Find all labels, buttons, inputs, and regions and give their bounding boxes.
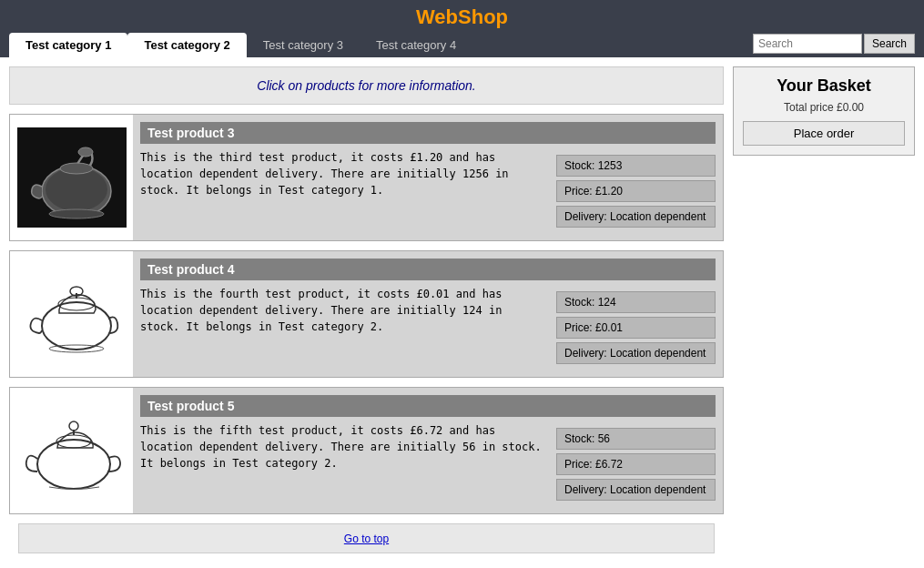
price-box: Price: £0.01 <box>556 317 716 339</box>
goto-top-link[interactable]: Go to top <box>344 532 389 545</box>
product-title: Test product 5 <box>140 395 716 417</box>
product-title: Test product 3 <box>140 122 716 144</box>
product-description: This is the fifth test product, it costs… <box>140 422 547 506</box>
nav-item-cat1[interactable]: Test category 1 <box>9 33 127 57</box>
nav-bar: Test category 1 Test category 2 Test cat… <box>0 33 924 57</box>
nav-item-cat2[interactable]: Test category 2 <box>127 33 246 57</box>
info-banner: Click on products for more information. <box>9 66 724 105</box>
search-button[interactable]: Search <box>864 34 915 54</box>
stock-box: Stock: 124 <box>556 291 716 313</box>
site-title: WebShop <box>0 5 924 29</box>
product-details: Test product 4 This is the fourth test p… <box>133 251 723 377</box>
nav-item-cat4[interactable]: Test category 4 <box>360 33 472 57</box>
product-description: This is the third test product, it costs… <box>140 149 547 233</box>
product-card[interactable]: Test product 4 This is the fourth test p… <box>9 250 724 378</box>
basket-total: Total price £0.00 <box>743 101 905 114</box>
stock-box: Stock: 1253 <box>556 155 716 177</box>
product-image <box>10 388 133 513</box>
stock-box: Stock: 56 <box>556 428 716 450</box>
product-image <box>10 251 133 377</box>
sidebar: Your Basket Total price £0.00 Place orde… <box>733 66 915 563</box>
product-card[interactable]: Test product 5 This is the fifth test pr… <box>9 387 724 514</box>
price-box: Price: £6.72 <box>556 453 716 475</box>
footer: Go to top <box>18 523 715 553</box>
svg-point-5 <box>78 147 93 157</box>
product-info-boxes: Stock: 124 Price: £0.01 Delivery: Locati… <box>556 286 716 370</box>
delivery-box: Delivery: Location dependent <box>556 206 716 228</box>
delivery-box: Delivery: Location dependent <box>556 342 716 364</box>
product-description: This is the fourth test product, it cost… <box>140 286 547 370</box>
info-banner-text: Click on products for more information. <box>257 78 475 93</box>
product-info-boxes: Stock: 1253 Price: £1.20 Delivery: Locat… <box>556 149 716 233</box>
place-order-button[interactable]: Place order <box>743 121 905 146</box>
svg-rect-11 <box>17 401 127 501</box>
search-area: Search <box>753 33 915 57</box>
search-input[interactable] <box>753 34 862 54</box>
product-title: Test product 4 <box>140 259 716 280</box>
price-box: Price: £1.20 <box>556 180 716 202</box>
product-card[interactable]: Test product 3 This is the third test pr… <box>9 114 724 241</box>
content-area: Click on products for more information. <box>9 66 724 563</box>
product-details: Test product 3 This is the third test pr… <box>133 115 723 240</box>
product-image <box>10 115 133 240</box>
svg-point-3 <box>60 163 93 174</box>
product-details: Test product 5 This is the fifth test pr… <box>133 388 723 513</box>
product-info-boxes: Stock: 56 Price: £6.72 Delivery: Locatio… <box>556 422 716 506</box>
svg-point-4 <box>49 209 104 218</box>
basket-title: Your Basket <box>743 76 905 96</box>
basket: Your Basket Total price £0.00 Place orde… <box>733 66 915 156</box>
nav-item-cat3[interactable]: Test category 3 <box>247 33 360 57</box>
delivery-box: Delivery: Location dependent <box>556 479 716 501</box>
